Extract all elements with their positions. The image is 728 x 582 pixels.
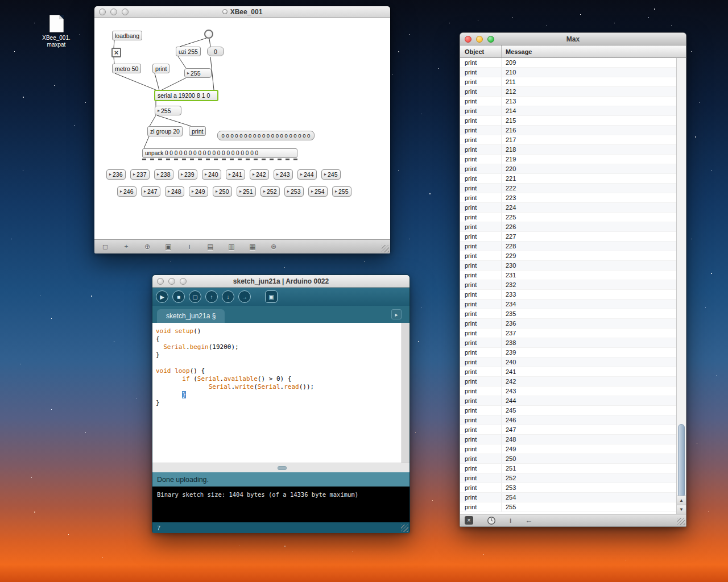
zoom-icon[interactable]: ⊕ [142, 243, 153, 251]
console-row[interactable]: print 255 [460, 502, 676, 512]
arduino-titlebar[interactable]: sketch_jun21a | Arduino 0022 [152, 275, 410, 288]
upload-button[interactable]: → [238, 290, 251, 303]
console-row[interactable]: print 219 [460, 155, 676, 164]
number-box[interactable]: ▸ 242 [250, 169, 269, 180]
number-box[interactable]: ▸ 240 [202, 169, 221, 180]
console-row[interactable]: print 249 [460, 444, 676, 454]
console-row[interactable]: print 227 [460, 232, 676, 242]
resize-grip[interactable] [382, 245, 389, 252]
clock-icon[interactable] [487, 516, 496, 525]
scroll-up-arrow[interactable]: ▲ [677, 496, 686, 505]
number-box[interactable]: ▸ 251 [237, 186, 256, 197]
verify-button[interactable]: ▶ [156, 290, 168, 303]
console-row[interactable]: print 237 [460, 329, 676, 338]
console-row[interactable]: print 252 [460, 473, 676, 483]
number-box[interactable]: ▸ 246 [117, 186, 136, 197]
console-row[interactable]: print 214 [460, 106, 676, 116]
scrollbar-thumb[interactable] [278, 466, 287, 470]
settings-icon[interactable]: ⊛ [268, 243, 279, 251]
back-arrow-icon[interactable]: ← [525, 516, 532, 525]
editor-vertical-scrollbar[interactable] [402, 323, 410, 463]
browser-icon[interactable]: ▥ [226, 243, 237, 251]
bang-button[interactable] [204, 30, 213, 39]
console-row[interactable]: print 240 [460, 357, 676, 367]
code-editor[interactable]: void setup(){ Serial.begin(19200);}void … [152, 323, 410, 463]
minimize-button[interactable] [110, 9, 117, 15]
console-row[interactable]: print 234 [460, 300, 676, 309]
object-box-metro[interactable]: metro 50 [112, 64, 141, 73]
resize-grip[interactable] [401, 525, 408, 532]
object-box-print-mid[interactable]: print [189, 126, 206, 136]
console-row[interactable]: print 226 [460, 222, 676, 232]
lock-icon[interactable]: ◻ [100, 243, 111, 251]
console-row[interactable]: print 246 [460, 415, 676, 425]
number-box[interactable]: ▸ 241 [226, 169, 245, 180]
console-row[interactable]: print 212 [460, 87, 676, 97]
number-box[interactable]: ▸ 238 [154, 169, 173, 180]
console-row[interactable]: print 224 [460, 203, 676, 213]
zoom-button[interactable] [180, 278, 187, 285]
number-box[interactable]: ▸ 236 [106, 169, 126, 180]
number-box[interactable]: ▸ 253 [284, 186, 304, 197]
console-row[interactable]: print 248 [460, 435, 676, 444]
scroll-down-arrow[interactable]: ▼ [677, 505, 686, 514]
open-button[interactable]: ↑ [205, 290, 218, 303]
number-box[interactable]: ▸ 237 [130, 169, 150, 180]
console-row[interactable]: print 229 [460, 251, 676, 261]
number-box[interactable]: ▸ 245 [321, 169, 341, 180]
resize-grip[interactable] [677, 518, 685, 525]
object-box-serial[interactable]: serial a 19200 8 1 0 [154, 90, 218, 101]
console-row[interactable]: print 244 [460, 396, 676, 406]
console-row[interactable]: print 239 [460, 348, 676, 357]
save-button[interactable]: ↓ [222, 290, 234, 303]
number-box-mid[interactable]: ▸ 255 [155, 106, 181, 115]
add-object-icon[interactable]: + [121, 243, 132, 251]
console-row[interactable]: print 251 [460, 464, 676, 473]
clear-console-button[interactable]: × [465, 516, 473, 525]
column-header-message[interactable]: Message [502, 48, 532, 55]
number-box[interactable]: ▸ 252 [260, 186, 280, 197]
console-row[interactable]: print 247 [460, 425, 676, 435]
close-button[interactable] [157, 278, 164, 285]
number-box[interactable]: ▸ 244 [297, 169, 317, 180]
number-box[interactable]: ▸ 254 [308, 186, 328, 197]
console-row[interactable]: print 217 [460, 135, 676, 145]
patcher-icon[interactable]: ▤ [205, 243, 216, 251]
serial-monitor-button[interactable]: ▣ [265, 290, 278, 303]
max-console-titlebar[interactable]: Max [460, 33, 686, 45]
console-row[interactable]: print 232 [460, 280, 676, 290]
console-row[interactable]: print 253 [460, 483, 676, 493]
number-box[interactable]: ▸ 255 [332, 186, 351, 197]
console-row[interactable]: print 238 [460, 338, 676, 348]
patcher-titlebar[interactable]: XBee_001 [94, 6, 390, 18]
console-row[interactable]: print 216 [460, 126, 676, 135]
minimize-button[interactable] [476, 36, 483, 43]
presentation-icon[interactable]: ▣ [163, 243, 174, 251]
minimize-button[interactable] [168, 278, 175, 285]
console-row[interactable]: print 223 [460, 193, 676, 203]
console-row[interactable]: print 210 [460, 68, 676, 77]
object-box-loadbang[interactable]: loadbang [112, 31, 142, 40]
console-row[interactable]: print 243 [460, 386, 676, 396]
number-box[interactable]: ▸ 243 [274, 169, 293, 180]
console-row[interactable]: print 250 [460, 454, 676, 464]
console-row[interactable]: print 220 [460, 164, 676, 174]
number-box[interactable]: ▸ 247 [141, 186, 160, 197]
object-box-uzi[interactable]: uzi 255 [176, 47, 201, 56]
toggle-box[interactable]: × [111, 48, 121, 57]
object-box-print-top[interactable]: print [152, 64, 169, 73]
tab-sketch-jun21a[interactable]: sketch_jun21a § [157, 309, 225, 323]
patcher-canvas[interactable]: loadbang × metro 50 print uzi 255 0 ▸ 25… [94, 18, 390, 239]
console-row[interactable]: print 209 [460, 58, 676, 68]
console-row[interactable]: print 245 [460, 406, 676, 415]
zoom-button[interactable] [487, 36, 494, 43]
desktop-icon-xbee-maxpat[interactable]: XBee_001. maxpat [35, 15, 77, 48]
console-row[interactable]: print 235 [460, 309, 676, 319]
console-row[interactable]: print 254 [460, 493, 676, 502]
console-row[interactable]: print 211 [460, 77, 676, 87]
grid-icon[interactable]: ▦ [247, 243, 258, 251]
number-box[interactable]: ▸ 249 [189, 186, 208, 197]
info-icon[interactable]: i [510, 517, 511, 525]
number-box[interactable]: ▸ 239 [178, 169, 197, 180]
editor-horizontal-scrollbar[interactable] [152, 463, 410, 472]
